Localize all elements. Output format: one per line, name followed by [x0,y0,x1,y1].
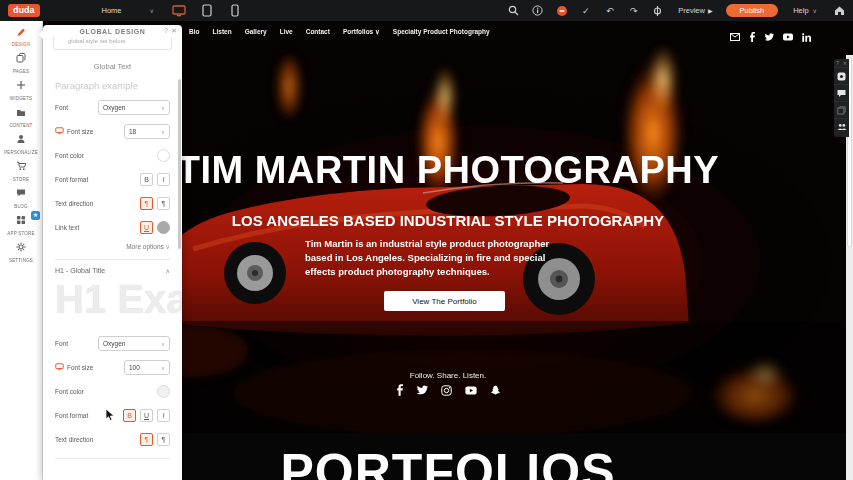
sidebar-item-design[interactable]: DESIGN [0,21,42,48]
dashboard-home-icon[interactable] [832,3,847,18]
rtl-button[interactable]: ¶ [157,197,170,210]
media-icon[interactable] [834,67,849,84]
font-size-label: Font size [67,364,93,371]
section-divider [55,259,170,260]
panel-help-icon[interactable]: ? [164,27,168,34]
link-underline-button[interactable]: U [140,221,153,234]
publish-button[interactable]: Publish [726,4,779,18]
font-size-dropdown[interactable]: 18 ∨ [124,124,170,139]
font-label: Font [55,104,68,111]
youtube-icon[interactable] [783,32,793,42]
sidebar-item-blog[interactable]: BLOG [0,183,42,210]
twitter-icon[interactable] [416,384,428,396]
h1-text-direction-row: Text direction ¶ ¶ [55,432,170,447]
ltr-button[interactable]: ¶ [140,197,153,210]
italic-button[interactable]: I [157,173,170,186]
snapchat-icon[interactable] [490,384,501,396]
search-icon[interactable] [506,3,521,18]
notifications-icon[interactable] [554,3,569,18]
h1-section-title: H1 - Global Title [55,267,105,274]
mobile-view-button[interactable] [226,3,244,18]
quick-close-icon[interactable]: ✕ [843,60,847,66]
facebook-icon[interactable] [749,32,755,42]
mouse-cursor [105,408,116,426]
preview-button[interactable]: Preview ▶ [678,6,712,15]
editor-sidebar: DESIGN PAGES WIDGETS CONTENT PERSONALIZE… [0,21,43,480]
chevron-down-icon: ∨ [161,105,165,111]
font-format-label: Font format [55,412,88,419]
tablet-view-button[interactable] [198,3,216,18]
panel-scrollbar-thumb[interactable] [178,79,181,249]
h1-rtl-button[interactable]: ¶ [157,433,170,446]
panel-close-icon[interactable]: ✕ [171,27,177,35]
chevron-down-icon: ∨ [375,28,380,35]
quick-access-toolbar: ? ✕ [834,59,849,137]
email-icon[interactable] [730,32,740,42]
sidebar-item-content[interactable]: CONTENT [0,102,42,129]
text-direction-label: Text direction [55,436,93,443]
sections-icon[interactable] [834,101,849,118]
more-options-link[interactable]: More options ∨ [55,243,170,250]
page-selector-dropdown[interactable]: Home ∨ [102,6,154,15]
sidebar-item-pages[interactable]: PAGES [0,48,42,75]
h1-bold-button[interactable]: B [123,409,136,422]
save-check-icon[interactable]: ✓ [578,3,593,18]
play-icon: ▶ [708,7,713,14]
chevron-down-icon: ∨ [161,365,165,371]
dev-mode-icon[interactable] [650,3,665,18]
quick-help-icon[interactable]: ? [836,60,839,66]
sidebar-item-store[interactable]: STORE [0,156,42,183]
h1-font-color-row: Font color [55,384,170,399]
facebook-icon[interactable] [396,384,403,396]
chevron-down-icon: ∨ [813,7,817,14]
nav-link-contact[interactable]: Contact [306,28,330,36]
h1-italic-button[interactable]: I [157,409,170,422]
h1-ltr-button[interactable]: ¶ [140,433,153,446]
view-portfolio-button[interactable]: View The Portfolio [384,291,505,311]
chevron-down-icon: ∨ [161,341,165,347]
font-color-row: Font color [55,148,170,163]
linkedin-icon[interactable] [802,32,811,42]
speech-bubble-icon [16,184,26,202]
section-divider [55,458,170,459]
team-icon[interactable] [834,118,849,135]
bold-button[interactable]: B [140,173,153,186]
help-dropdown[interactable]: Help ∨ [793,6,817,15]
instagram-icon[interactable] [441,384,452,396]
sidebar-item-app-store[interactable]: APP STORE ★ [0,210,42,237]
comments-icon[interactable] [834,84,849,101]
nav-link-live[interactable]: Live [280,28,293,36]
nav-link-bio[interactable]: Bio [189,28,199,36]
undo-icon[interactable]: ↶ [602,3,617,18]
font-size-label: Font size [67,128,93,135]
nav-link-portfolios[interactable]: Portfolios ∨ [343,28,380,36]
panel-intro-note: global style set below. [53,37,172,50]
nav-link-listen[interactable]: Listen [212,28,231,36]
nav-link-specialty[interactable]: Specialty Product Photography [393,28,490,36]
desktop-view-button[interactable] [170,3,188,18]
chevron-down-icon: ∨ [166,244,170,250]
device-override-icon [55,127,64,136]
youtube-icon[interactable] [465,384,477,396]
h1-font-color-swatch[interactable] [157,385,170,398]
link-color-swatch[interactable] [157,221,170,234]
h1-section-header[interactable]: H1 - Global Title ∧ [55,267,170,274]
redo-icon[interactable]: ↷ [626,3,641,18]
sidebar-item-widgets[interactable]: WIDGETS [0,75,42,102]
sidebar-item-personalize[interactable]: PERSONALIZE [0,129,42,156]
h1-font-dropdown[interactable]: Oxygen ∨ [98,336,170,351]
duda-logo: duda [8,4,40,17]
sidebar-item-settings[interactable]: SETTINGS [0,237,42,264]
design-pencil-icon [16,22,26,40]
h1-font-size-dropdown[interactable]: 100 ∨ [124,360,170,375]
twitter-icon[interactable] [764,32,774,42]
person-icon [16,130,26,148]
chevron-down-icon: ∨ [161,129,165,135]
info-icon[interactable] [530,3,545,18]
h1-underline-button[interactable]: U [140,409,153,422]
nav-link-gallery[interactable]: Gallery [245,28,267,36]
gear-icon [16,238,26,256]
cart-icon [16,157,27,175]
font-dropdown[interactable]: Oxygen ∨ [98,100,170,115]
font-color-swatch[interactable] [157,149,170,162]
